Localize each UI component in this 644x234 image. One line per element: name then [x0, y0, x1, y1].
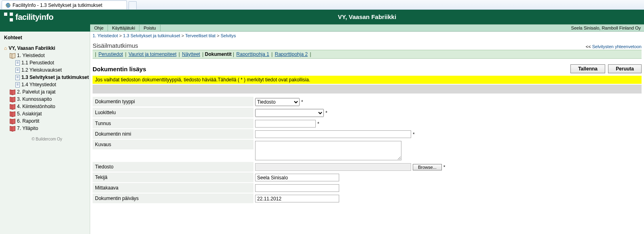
sidebar-heading: Kohteet — [4, 35, 90, 40]
label-tiedosto: Tiedosto — [93, 162, 253, 172]
sidebar-footer: © Buildercom Oy — [4, 137, 90, 141]
content: 1. Yleistiedot > 1.3 Selvitykset ja tutk… — [90, 32, 644, 234]
app-header: facilityinfo VY, Vaasan Fabriikki — [0, 10, 644, 24]
label-tunnus: Tunnus — [93, 119, 253, 128]
back-link[interactable]: Selvitysten yhteenvetoon — [592, 44, 642, 49]
header-title: VY, Vaasan Fabriikki — [90, 10, 644, 24]
book-icon — [10, 126, 15, 131]
tree-item-label: 4. Kiinteistönhoito — [17, 104, 55, 109]
tree-root[interactable]: ⌂ VY, Vaasan Fabriikki — [4, 45, 90, 52]
subtab-dokumentit[interactable]: Dokumentit — [205, 51, 232, 57]
tree-item[interactable]: 1.2 Yleiskuvaukset — [15, 66, 90, 74]
logo-text: facilityinfo — [15, 13, 53, 22]
tree-item-label: 2. Palvelut ja rajat — [17, 89, 55, 95]
book-icon — [10, 97, 15, 102]
tree-item-label: 1.4 Yhteystiedot — [21, 82, 56, 87]
label-tyyppi: Dokumentin tyyppi — [93, 97, 253, 106]
label-mittakaava: Mittakaava — [93, 183, 253, 193]
page-icon — [15, 60, 20, 66]
input-nimi[interactable] — [255, 130, 411, 138]
menu-ohje[interactable]: Ohje — [90, 25, 108, 31]
tree-item-label: 3. Kunnossapito — [17, 96, 52, 102]
tree-item-selected[interactable]: 1.3 Selvitykset ja tutkimukset — [15, 74, 90, 81]
page-title: Sisäilmatutkimus — [93, 42, 138, 49]
svg-point-0 — [6, 3, 11, 7]
browser-tab-title: FacilityInfo - 1.3 Selvitykset ja tutkim… — [13, 2, 102, 8]
menubar: Ohje Käyttäjätuki Poistu Seela Sinisalo,… — [90, 24, 644, 32]
sidebar: Kohteet ⌂ VY, Vaasan Fabriikki 1. Yleist… — [0, 32, 90, 234]
document-form: Dokumentin tyyppi Tiedosto * Luokittelu … — [93, 97, 642, 204]
input-tunnus[interactable] — [255, 120, 316, 128]
book-icon — [10, 112, 15, 116]
subtabs: | Perustiedot | Vauriot ja toimenpiteet … — [93, 50, 642, 59]
browser-tab[interactable]: FacilityInfo - 1.3 Selvitykset ja tutkim… — [2, 0, 127, 9]
book-icon — [10, 90, 15, 94]
subtab-vauriot[interactable]: Vauriot ja toimenpiteet — [128, 51, 177, 57]
cancel-button[interactable]: Peruuta — [608, 64, 642, 73]
book-icon — [10, 53, 15, 58]
label-tekija: Tekijä — [93, 172, 253, 182]
page-icon — [15, 75, 20, 80]
input-tiedosto-path[interactable] — [255, 163, 411, 171]
save-button[interactable]: Tallenna — [570, 64, 605, 73]
menu-poistu[interactable]: Poistu — [139, 25, 160, 31]
tree-item[interactable]: 5. Asiakirjat — [10, 110, 90, 117]
tree-item[interactable]: 3. Kunnossapito — [10, 96, 90, 103]
input-mittakaava[interactable] — [255, 184, 339, 192]
required-mark: * — [325, 110, 327, 116]
tree-item[interactable]: 1.4 Yhteystiedot — [15, 81, 90, 88]
back-prefix: << — [586, 44, 591, 49]
select-tyyppi[interactable]: Tiedosto — [255, 98, 300, 106]
subtab-perustiedot[interactable]: Perustiedot — [97, 51, 124, 57]
tree-item[interactable]: 4. Kiinteistönhoito — [10, 103, 90, 110]
book-icon — [10, 104, 15, 109]
new-tab-button[interactable] — [129, 1, 137, 9]
logo[interactable]: facilityinfo — [0, 10, 90, 24]
book-icon — [10, 119, 15, 123]
required-mark: * — [443, 164, 446, 170]
home-icon: ⌂ — [4, 45, 7, 51]
browse-button[interactable]: Browse... — [413, 164, 442, 170]
gray-band — [93, 85, 642, 94]
page-icon — [15, 82, 20, 87]
subtab-raportti1[interactable]: Raporttipohja 1 — [236, 51, 270, 57]
tree-item-label: 1.2 Yleiskuvaukset — [21, 67, 62, 73]
section-title: Dokumentin lisäys — [93, 66, 146, 72]
required-mark: * — [413, 132, 415, 137]
nav-tree: ⌂ VY, Vaasan Fabriikki 1. Yleistiedot 1.… — [4, 45, 90, 132]
input-tekija[interactable] — [255, 174, 339, 181]
tree-item[interactable]: 7. Ylläpito — [10, 125, 90, 132]
input-paivays[interactable] — [255, 195, 339, 202]
label-nimi: Dokumentin nimi — [93, 129, 253, 139]
user-info: Seela Sinisalo, Ramboll Finland Oy — [568, 25, 644, 31]
browser-tabstrip: FacilityInfo - 1.3 Selvitykset ja tutkim… — [0, 0, 644, 10]
subtab-raportti2[interactable]: Raporttipohja 2 — [274, 51, 308, 57]
tree-item-label: 1.3 Selvitykset ja tutkimukset — [21, 74, 89, 80]
warning-bar: Jos vaihdat tiedoston dokumenttityyppiä,… — [93, 76, 642, 84]
tree-item[interactable]: 1. Yleistiedot — [10, 52, 90, 59]
tree-item[interactable]: 6. Raportit — [10, 117, 90, 125]
textarea-kuvaus[interactable] — [255, 141, 401, 160]
tree-item[interactable]: 1.1 Perustiedot — [15, 59, 90, 66]
breadcrumb-link[interactable]: 1.3 Selvitykset ja tutkimukset — [123, 33, 180, 38]
page-icon — [15, 68, 20, 73]
tree-root-label: VY, Vaasan Fabriikki — [8, 45, 55, 51]
tree-item-label: 7. Ylläpito — [17, 126, 38, 131]
required-mark: * — [301, 99, 303, 105]
label-luokittelu: Luokittelu — [93, 108, 253, 117]
breadcrumb-link[interactable]: Selvitys — [221, 33, 236, 38]
menu-kayttajatuki[interactable]: Käyttäjätuki — [108, 25, 139, 31]
label-paivays: Dokumentin päiväys — [93, 194, 253, 203]
label-kuvaus: Kuvaus — [93, 140, 253, 149]
subtab-naytteet[interactable]: Näytteet — [181, 51, 201, 57]
select-luokittelu[interactable] — [255, 109, 324, 117]
tree-item-label: 1.1 Perustiedot — [21, 60, 54, 66]
required-mark: * — [317, 121, 319, 127]
tree-item-label: 6. Raportit — [17, 118, 39, 124]
breadcrumb-link[interactable]: Terveelliset tilat — [185, 33, 215, 38]
breadcrumb-link[interactable]: 1. Yleistiedot — [93, 33, 118, 38]
ie-icon — [5, 2, 11, 8]
breadcrumb: 1. Yleistiedot > 1.3 Selvitykset ja tutk… — [93, 32, 642, 40]
logo-icon — [4, 13, 13, 21]
tree-item[interactable]: 2. Palvelut ja rajat — [10, 88, 90, 96]
